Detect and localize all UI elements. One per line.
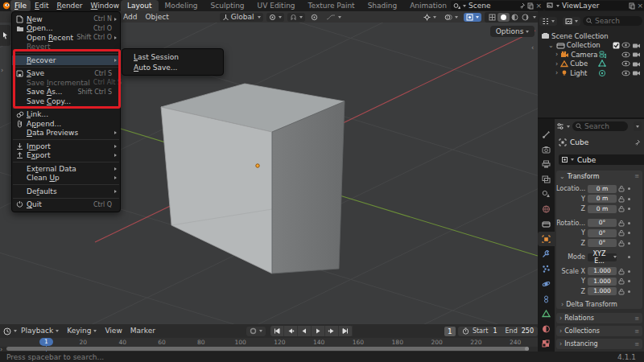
animate-dot[interactable] bbox=[628, 222, 630, 224]
show-overlays-dropdown[interactable] bbox=[442, 13, 460, 22]
properties-tab-collection[interactable] bbox=[538, 217, 555, 232]
scene-name[interactable]: Scene bbox=[469, 2, 517, 10]
value-field[interactable]: 1.000 bbox=[588, 287, 617, 295]
lock-icon[interactable] bbox=[618, 278, 625, 285]
animate-dot[interactable] bbox=[628, 232, 630, 234]
animate-dot[interactable] bbox=[628, 187, 630, 190]
outliner-row-scene-collection[interactable]: Scene Collection bbox=[538, 31, 644, 41]
panel-grip-icon[interactable]: ≡ bbox=[634, 173, 639, 179]
eye-icon[interactable] bbox=[621, 70, 630, 76]
properties-tab-modifier[interactable] bbox=[538, 247, 555, 261]
rotation-mode-dropdown[interactable]: XYZ E... bbox=[588, 253, 617, 261]
end-label[interactable]: End bbox=[506, 327, 518, 335]
properties-tab-viewlayer[interactable] bbox=[538, 172, 555, 187]
sidebar-toggle-arrow[interactable]: ‹ bbox=[531, 44, 534, 51]
menu-item-append[interactable]: Append... bbox=[12, 119, 120, 129]
camera-toggle-icon[interactable] bbox=[632, 42, 641, 49]
lock-icon[interactable] bbox=[618, 195, 625, 203]
outliner-search-input[interactable]: Search bbox=[583, 16, 642, 26]
workspace-tab-shading[interactable]: Shading bbox=[361, 0, 404, 11]
options-button[interactable]: Options bbox=[490, 26, 535, 37]
menu-item-save-incremental[interactable]: Save IncrementalCtrl Alt S bbox=[12, 78, 120, 88]
object-name-field[interactable]: Cube bbox=[559, 154, 644, 165]
transform-panel-header[interactable]: ⌄ Transform ≡ bbox=[556, 171, 642, 182]
menubar-item-file[interactable]: File bbox=[10, 0, 31, 11]
remove-view-layer-icon[interactable]: × bbox=[637, 2, 643, 10]
view-layer-name[interactable]: ViewLayer bbox=[562, 2, 626, 10]
current-frame-badge[interactable]: 1 bbox=[39, 338, 53, 346]
lock-icon[interactable] bbox=[618, 288, 625, 295]
expander-arrow-icon[interactable]: › bbox=[555, 51, 558, 58]
properties-search-input[interactable]: Search bbox=[572, 121, 628, 131]
properties-tab-object[interactable] bbox=[538, 232, 555, 246]
workspace-tab-animation[interactable]: Animation bbox=[403, 0, 449, 11]
pivot-point-dropdown[interactable] bbox=[266, 13, 284, 22]
shading-solid-button[interactable] bbox=[497, 13, 510, 22]
submenu-item-last-session[interactable]: Last Session bbox=[122, 51, 223, 62]
prev-key-button[interactable] bbox=[284, 326, 298, 336]
eye-icon[interactable] bbox=[621, 60, 630, 67]
value-field[interactable]: 0° bbox=[588, 239, 617, 247]
viewport-menu-object[interactable]: Object bbox=[141, 11, 172, 23]
animate-dot[interactable] bbox=[628, 198, 630, 200]
value-field[interactable]: 0° bbox=[588, 229, 617, 237]
shading-material-button[interactable] bbox=[510, 14, 520, 21]
timeline-scrollbar[interactable] bbox=[6, 347, 529, 351]
menu-item-export[interactable]: Export bbox=[12, 151, 120, 161]
menubar-item-window[interactable]: Window bbox=[87, 0, 124, 11]
toolbar-expand-arrow[interactable]: › bbox=[1, 67, 3, 74]
eye-icon[interactable] bbox=[621, 51, 630, 58]
properties-tab-world[interactable] bbox=[538, 202, 555, 216]
menu-item-external-data[interactable]: External Data bbox=[12, 164, 120, 174]
shading-rendered-button[interactable] bbox=[520, 14, 530, 21]
panel-relations[interactable]: ›Relations≡ bbox=[556, 313, 642, 323]
menu-item-defaults[interactable]: Defaults bbox=[12, 187, 120, 196]
outliner-display-mode-dropdown[interactable] bbox=[539, 17, 557, 26]
lock-icon[interactable] bbox=[618, 185, 625, 192]
pin-icon[interactable] bbox=[519, 2, 526, 10]
shading-wireframe-button[interactable] bbox=[487, 14, 497, 21]
properties-editor-type-button[interactable] bbox=[556, 122, 570, 130]
jump-start-button[interactable] bbox=[270, 326, 284, 336]
value-field[interactable]: 1.000 bbox=[588, 267, 617, 275]
timeline-menu-view[interactable]: View bbox=[101, 324, 126, 338]
properties-options-dropdown[interactable] bbox=[634, 121, 642, 131]
lock-icon[interactable] bbox=[618, 240, 625, 247]
expander-arrow-icon[interactable]: › bbox=[555, 60, 558, 68]
timeline-ruler[interactable]: 1 20406080100120140160180200220240 bbox=[0, 338, 538, 347]
menu-item-new[interactable]: NewCtrl N bbox=[12, 14, 120, 24]
outliner-row-cube[interactable]: ›Cube bbox=[538, 60, 644, 69]
menu-item-open[interactable]: Open...Ctrl O bbox=[12, 24, 120, 34]
next-key-button[interactable] bbox=[325, 326, 339, 336]
expander-arrow-icon[interactable]: ⌄ bbox=[548, 42, 554, 49]
blender-logo-icon[interactable] bbox=[2, 2, 10, 10]
timeline-menu-playback[interactable]: Playback bbox=[17, 324, 63, 338]
menu-item-data-previews[interactable]: Data Previews bbox=[12, 129, 120, 138]
workspace-tab-modeling[interactable]: Modeling bbox=[159, 0, 204, 11]
value-field[interactable]: 0 m bbox=[588, 195, 617, 203]
cube-object[interactable] bbox=[161, 84, 345, 274]
lock-icon[interactable] bbox=[618, 229, 625, 237]
value-field[interactable]: 1.000 bbox=[588, 278, 617, 286]
properties-tab-tool[interactable] bbox=[538, 127, 555, 142]
workspace-tab-texture-paint[interactable]: Texture Paint bbox=[302, 0, 361, 11]
panel-instancing[interactable]: ›Instancing≡ bbox=[556, 339, 642, 349]
lock-icon[interactable] bbox=[618, 205, 625, 212]
view-layer-selector[interactable]: ViewLayer × bbox=[544, 1, 644, 10]
start-value[interactable]: 1 bbox=[493, 327, 497, 335]
show-gizmo-dropdown[interactable] bbox=[421, 13, 439, 22]
expander-arrow-icon[interactable]: › bbox=[555, 69, 558, 76]
animate-dot[interactable] bbox=[628, 290, 630, 293]
end-value[interactable]: 250 bbox=[522, 327, 534, 335]
scene-selector[interactable]: Scene × bbox=[451, 1, 544, 10]
xray-toggle[interactable] bbox=[464, 13, 481, 22]
eye-icon[interactable] bbox=[621, 42, 630, 48]
animate-dot[interactable] bbox=[628, 242, 630, 245]
play-button[interactable] bbox=[312, 326, 325, 336]
camera-toggle-icon[interactable] bbox=[632, 60, 641, 68]
workspace-tab-layout[interactable]: Layout bbox=[121, 0, 159, 11]
properties-tab-physics[interactable] bbox=[538, 277, 555, 291]
unlink-scene-icon[interactable]: × bbox=[535, 2, 542, 10]
outliner-filter-dropdown[interactable] bbox=[563, 17, 580, 26]
viewport-menu-add[interactable]: Add bbox=[119, 11, 141, 23]
